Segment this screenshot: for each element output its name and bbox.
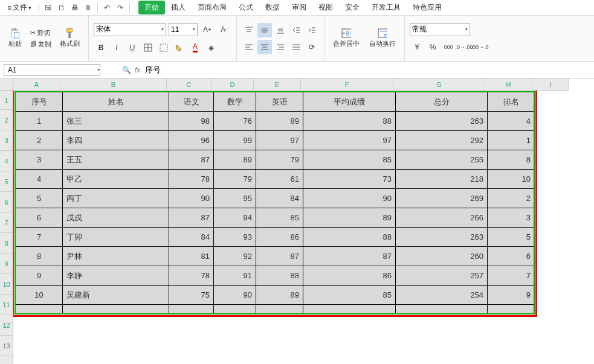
decrease-decimal-button[interactable]: .00→.0	[473, 40, 487, 54]
table-cell[interactable]: 5	[488, 228, 535, 247]
table-cell[interactable]: 97	[256, 131, 303, 150]
table-cell[interactable]: 7	[16, 228, 63, 247]
table-cell[interactable]: 73	[303, 170, 396, 189]
table-cell[interactable]: 88	[256, 266, 303, 286]
table-cell[interactable]: 王五	[63, 150, 169, 170]
tab-insert[interactable]: 插入	[165, 1, 192, 14]
table-cell[interactable]: 84	[169, 228, 214, 247]
table-cell[interactable]: 甲乙	[63, 170, 169, 189]
table-cell[interactable]: 78	[169, 170, 214, 189]
column-header-E[interactable]: E	[254, 78, 301, 90]
table-cell[interactable]: 255	[396, 150, 488, 170]
table-cell[interactable]: 263	[396, 228, 488, 247]
table-cell[interactable]: 戊戌	[63, 208, 169, 228]
align-middle-button[interactable]	[257, 23, 272, 37]
table-cell-empty[interactable]	[16, 305, 63, 315]
align-center-button[interactable]	[257, 40, 272, 54]
row-header-4[interactable]: 4	[0, 151, 13, 171]
file-menu[interactable]: ≡ 文件 ▾	[4, 1, 35, 14]
font-name-input[interactable]	[96, 25, 160, 34]
save-as-icon[interactable]: 🗋	[56, 2, 67, 13]
data-table[interactable]: 序号姓名语文数学英语平均成绩总分排名1张三9876898826342李四9699…	[15, 92, 535, 315]
table-cell[interactable]: 76	[214, 112, 256, 131]
column-header-G[interactable]: G	[393, 78, 485, 90]
merge-center-button[interactable]: 合并居中	[329, 27, 363, 49]
table-cell[interactable]: 9	[488, 286, 535, 305]
name-box[interactable]: ▾	[4, 64, 100, 76]
table-cell[interactable]: 87	[169, 208, 214, 228]
table-cell[interactable]: 260	[396, 247, 488, 266]
row-header-11[interactable]: 11	[0, 295, 13, 315]
table-header[interactable]: 姓名	[63, 92, 169, 112]
redo-icon[interactable]: ↷	[115, 2, 126, 13]
borders-button[interactable]	[141, 40, 155, 55]
print-icon[interactable]: 🖶	[69, 2, 80, 13]
increase-font-button[interactable]: A+	[200, 22, 215, 37]
row-header-12[interactable]: 12	[0, 315, 13, 336]
table-cell[interactable]: 89	[214, 150, 256, 170]
table-row[interactable]: 4甲乙7879617321810	[16, 170, 535, 189]
table-cell[interactable]: 88	[303, 112, 396, 131]
table-cell[interactable]: 98	[169, 112, 214, 131]
row-header-5[interactable]: 5	[0, 171, 13, 192]
table-cell[interactable]: 99	[214, 131, 256, 150]
table-cell[interactable]: 5	[16, 189, 63, 208]
tab-developer[interactable]: 开发工具	[366, 1, 407, 14]
table-cell[interactable]: 86	[303, 266, 396, 286]
increase-decimal-button[interactable]: .0→.00	[457, 40, 471, 54]
column-header-D[interactable]: D	[211, 78, 254, 90]
table-cell-empty[interactable]	[488, 305, 535, 315]
table-cell[interactable]: 96	[169, 131, 214, 150]
number-format-input[interactable]	[412, 25, 464, 34]
column-header-F[interactable]: F	[301, 78, 393, 90]
table-cell[interactable]: 89	[256, 286, 303, 305]
tab-home[interactable]: 开始	[138, 1, 165, 14]
decrease-indent-button[interactable]	[289, 23, 303, 37]
table-cell[interactable]: 85	[303, 286, 396, 305]
table-header[interactable]: 排名	[488, 92, 535, 112]
phonetic-button[interactable]: ◈	[204, 40, 218, 55]
table-cell[interactable]: 94	[214, 208, 256, 228]
table-row[interactable]: 2李四969997972921	[16, 131, 535, 150]
table-row[interactable]: 10吴建新759089852549	[16, 286, 535, 305]
table-cell[interactable]: 78	[169, 266, 214, 286]
align-top-button[interactable]	[242, 23, 256, 37]
column-header-H[interactable]: H	[485, 78, 532, 90]
align-right-button[interactable]	[273, 40, 288, 54]
font-size-select[interactable]: ▾	[169, 23, 198, 36]
increase-indent-button[interactable]	[305, 23, 319, 37]
table-row[interactable]: 1张三987689882634	[16, 112, 535, 131]
align-bottom-button[interactable]	[273, 23, 288, 37]
table-cell[interactable]: 8	[488, 150, 535, 170]
table-row[interactable]: 7丁卯849386882635	[16, 228, 535, 247]
table-cell[interactable]: 85	[256, 208, 303, 228]
table-cell[interactable]: 91	[214, 266, 256, 286]
name-box-input[interactable]	[4, 66, 96, 74]
table-cell[interactable]: 92	[214, 247, 256, 266]
more-borders-button[interactable]	[157, 40, 171, 55]
table-cell[interactable]: 1	[16, 112, 63, 131]
table-row[interactable]: 3王五878979852558	[16, 150, 535, 170]
table-cell[interactable]: 86	[256, 228, 303, 247]
table-cell[interactable]: 3	[488, 208, 535, 228]
table-cell-empty[interactable]	[214, 305, 256, 315]
row-header-3[interactable]: 3	[0, 130, 13, 151]
bold-button[interactable]: B	[94, 40, 108, 55]
table-cell[interactable]: 李静	[63, 266, 169, 286]
table-cell[interactable]: 79	[256, 150, 303, 170]
table-cell[interactable]: 6	[488, 247, 535, 266]
table-cell[interactable]: 81	[169, 247, 214, 266]
tab-page-layout[interactable]: 页面布局	[192, 1, 233, 14]
table-cell[interactable]: 90	[169, 189, 214, 208]
table-cell[interactable]: 8	[16, 247, 63, 266]
table-cell[interactable]: 292	[396, 131, 488, 150]
table-cell[interactable]: 89	[256, 112, 303, 131]
table-cell[interactable]: 95	[214, 189, 256, 208]
table-cell[interactable]: 张三	[63, 112, 169, 131]
table-cell[interactable]: 10	[488, 170, 535, 189]
table-cell[interactable]: 269	[396, 189, 488, 208]
thousands-button[interactable]: 000	[441, 40, 456, 54]
table-cell-empty[interactable]	[63, 305, 169, 315]
table-cell-empty[interactable]	[169, 305, 214, 315]
table-cell[interactable]: 93	[214, 228, 256, 247]
